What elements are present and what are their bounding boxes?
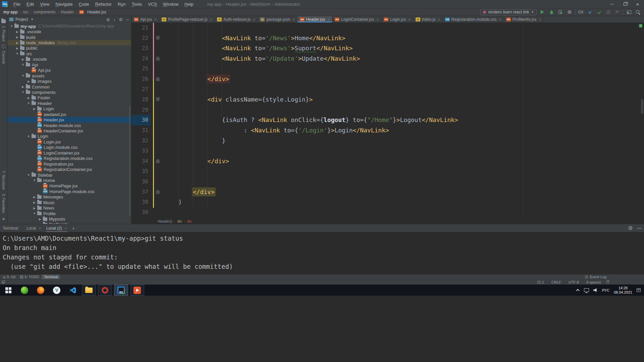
minimize-button[interactable] [606, 0, 619, 8]
chevron-down-icon[interactable]: ▼ [15, 52, 19, 55]
git-history-button[interactable] [605, 9, 611, 15]
stop-button[interactable] [566, 9, 573, 15]
chevron-down-icon[interactable]: ▼ [21, 90, 25, 94]
locate-file-button[interactable]: ⊕ [106, 17, 110, 22]
editor-content[interactable]: 21222324252627282930313233343536373839 <… [131, 23, 644, 219]
tree-row[interactable]: ▼assets [7, 73, 131, 78]
code-line[interactable]: <div className={style.Login}> [161, 95, 639, 105]
taskbar-app-explorer[interactable] [82, 285, 96, 296]
terminal-tab[interactable]: Local× [24, 224, 44, 232]
run-configuration-select[interactable]: renders learn react link ▼ [480, 9, 537, 15]
tab-close-icon[interactable]: × [539, 17, 541, 21]
tab-close-icon[interactable]: × [210, 17, 212, 21]
volume-icon[interactable] [593, 288, 598, 292]
editor-tab[interactable]: Api.jsx× [131, 16, 159, 22]
toolwindow-button-todo[interactable]: 6: TODO [18, 275, 42, 280]
fold-marker-icon[interactable] [156, 77, 160, 81]
taskbar-app-orange-browser[interactable] [34, 285, 48, 296]
editor-tab[interactable]: Login.jsx× [381, 16, 413, 22]
terminal-settings-gear-icon[interactable]: ⚙ [628, 225, 633, 231]
editor-tab[interactable]: index.js× [413, 16, 443, 22]
status-widget[interactable]: 4 spaces [586, 280, 601, 284]
tree-row[interactable]: Api.jsx [7, 68, 131, 73]
editor-breadcrumb-item[interactable]: div [177, 219, 182, 223]
status-widget[interactable]: UTF-8 [569, 280, 579, 284]
network-icon[interactable] [584, 288, 589, 292]
taskbar-app-webstorm[interactable]: WS [114, 285, 128, 296]
tree-row[interactable]: Header.jsx [7, 117, 131, 122]
fold-marker-icon[interactable] [156, 36, 160, 40]
menu-item-edit[interactable]: Edit [23, 0, 37, 8]
chevron-down-icon[interactable]: ▼ [21, 63, 25, 66]
tree-row[interactable]: ▶Login [7, 106, 131, 112]
chevron-down-icon[interactable]: ▼ [9, 24, 14, 28]
chevron-right-icon[interactable]: ▶ [15, 47, 19, 50]
fold-marker-icon[interactable] [156, 190, 160, 194]
breadcrumb-item[interactable]: components [33, 10, 56, 14]
tree-row[interactable]: HomePage.module.css [7, 189, 131, 194]
tree-row[interactable]: ▼my-appC:\Users\AMD\Documents\React1\my-… [7, 23, 131, 29]
toolwindow-button-terminal[interactable]: Terminal [42, 275, 60, 280]
taskbar-app-media-player[interactable] [130, 285, 144, 296]
tree-row[interactable]: ▶Myposts [7, 216, 131, 222]
chevron-right-icon[interactable]: ▶ [32, 201, 37, 204]
notifications-icon[interactable] [637, 288, 641, 292]
sidebar-item-commit[interactable]: Commit [2, 51, 6, 64]
tree-row[interactable]: ▶Common [7, 84, 131, 89]
tree-row[interactable]: ▼Home [7, 178, 131, 183]
tree-row[interactable]: LoginContainer.jsx [7, 150, 131, 156]
run-button[interactable] [539, 9, 546, 15]
code-line[interactable]: ) [161, 197, 639, 207]
code-line[interactable]: <NavLink to='/News'>Home</NavLink> [161, 33, 639, 44]
run-with-coverage-button[interactable] [557, 9, 564, 15]
tab-close-icon[interactable]: × [253, 17, 255, 21]
quick-access-icon[interactable] [2, 281, 5, 284]
hide-panel-button[interactable]: ─ [126, 17, 129, 22]
tree-row[interactable]: awdawd.jsx [7, 112, 131, 117]
settings-gear-icon[interactable]: ⚙ [119, 17, 123, 22]
debug-button[interactable] [548, 9, 555, 15]
tree-row[interactable]: ▶.vscode [7, 57, 131, 62]
tree-row[interactable]: ▶build [7, 35, 131, 40]
breadcrumb-file[interactable]: Header.jsx [78, 10, 106, 14]
tab-close-icon[interactable]: × [408, 17, 410, 21]
tree-row[interactable]: ▼Header [7, 101, 131, 106]
chevron-down-icon[interactable]: ▼ [26, 102, 31, 105]
tree-row[interactable]: ▶images [7, 78, 131, 84]
chevron-down-icon[interactable]: ▼ [31, 18, 34, 21]
editor-breadcrumb-item[interactable]: Header() [158, 219, 172, 223]
menu-item-refactor[interactable]: Refactor [92, 0, 115, 8]
sidebar-item-project[interactable]: 1: Project [2, 26, 6, 41]
menu-item-navigate[interactable]: Navigate [52, 0, 75, 8]
chevron-down-icon[interactable]: ▼ [32, 212, 37, 215]
clock-widget[interactable]: 14:28 08.04.2021 [614, 286, 632, 295]
chevron-right-icon[interactable]: ▶ [15, 36, 19, 39]
tray-expand-icon[interactable] [576, 289, 580, 292]
menu-item-vcs[interactable]: VCS [145, 0, 160, 8]
terminal-hide-button[interactable]: ─ [638, 225, 641, 231]
code-lines[interactable]: <NavLink to='/News'>Home</NavLink> <NavL… [161, 23, 639, 218]
editor-tab[interactable]: ProfilePage-reducer.js× [159, 16, 215, 22]
fold-marker-icon[interactable] [156, 56, 160, 61]
tab-close-icon[interactable]: × [499, 17, 501, 21]
taskbar-app-start[interactable] [1, 285, 15, 296]
editor-tab[interactable]: Registaration.module.css× [443, 16, 504, 22]
status-widget[interactable]: 21:1 [537, 280, 544, 284]
tree-row[interactable]: Login.module.css [7, 145, 131, 150]
language-indicator[interactable]: РУС [602, 288, 609, 292]
chevron-right-icon[interactable]: ▶ [15, 30, 19, 34]
code-line[interactable]: </div> [161, 187, 639, 197]
editor-tab[interactable]: LoginContainer.jsx× [332, 16, 381, 22]
git-update-button[interactable] [587, 9, 593, 15]
tool-windows-button[interactable] [626, 9, 632, 15]
tree-row[interactable]: ▶Music [7, 200, 131, 205]
taskbar-app-v-app[interactable]: V [50, 285, 64, 296]
chevron-right-icon[interactable]: ▶ [26, 80, 31, 83]
tab-close-icon[interactable]: × [39, 226, 41, 230]
taskbar-app-red-ring[interactable] [98, 285, 112, 296]
menu-item-help[interactable]: Help [181, 0, 197, 8]
tab-close-icon[interactable]: × [327, 17, 329, 21]
code-line[interactable]: </div> [161, 74, 639, 84]
git-commit-button[interactable] [596, 9, 602, 15]
readonly-lock-icon[interactable] [606, 281, 609, 283]
